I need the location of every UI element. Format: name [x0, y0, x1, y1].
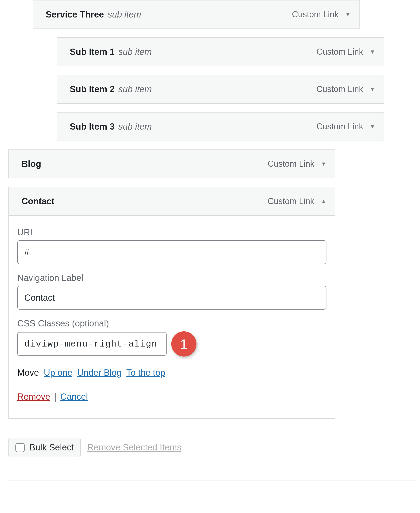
- menu-item-label-group: Sub Item 2 sub item: [70, 84, 152, 94]
- menu-item-service-three[interactable]: Service Three sub item Custom Link ▼: [33, 0, 360, 29]
- cancel-link[interactable]: Cancel: [60, 392, 88, 402]
- menu-item-title: Sub Item 3: [70, 122, 115, 132]
- menu-item-right: Custom Link ▼: [316, 84, 375, 94]
- bulk-actions: Bulk Select Remove Selected Items: [8, 438, 420, 457]
- chevron-up-icon[interactable]: ▲: [321, 198, 326, 205]
- chevron-down-icon[interactable]: ▼: [345, 11, 351, 18]
- menu-item-sub-3[interactable]: Sub Item 3 sub item Custom Link ▼: [57, 112, 384, 141]
- bulk-select-checkbox[interactable]: [15, 443, 25, 452]
- remove-row: Remove | Cancel: [17, 392, 326, 402]
- annotation-badge-1: 1: [171, 331, 196, 357]
- separator: |: [53, 392, 58, 402]
- bulk-select-label: Bulk Select: [30, 443, 74, 452]
- menu-item-title: Contact: [22, 196, 54, 207]
- css-classes-input[interactable]: [17, 332, 167, 356]
- menu-item-type: Custom Link: [316, 47, 363, 57]
- menu-item-type: Custom Link: [268, 159, 314, 169]
- remove-selected-link[interactable]: Remove Selected Items: [87, 443, 181, 452]
- move-under-link[interactable]: Under Blog: [77, 368, 121, 378]
- move-up-one-link[interactable]: Up one: [44, 368, 72, 378]
- menu-item-label-group: Contact: [22, 196, 54, 207]
- navigation-label-label: Navigation Label: [17, 273, 326, 283]
- menu-item-type: Custom Link: [268, 196, 314, 206]
- move-to-top-link[interactable]: To the top: [126, 368, 165, 378]
- menu-item-label-group: Sub Item 3 sub item: [70, 122, 152, 132]
- menu-item-subtitle: sub item: [118, 122, 152, 132]
- menu-item-subtitle: sub item: [118, 47, 152, 57]
- menu-item-label-group: Sub Item 1 sub item: [70, 47, 152, 57]
- move-label: Move: [17, 368, 39, 378]
- menu-item-right: Custom Link ▼: [292, 10, 351, 19]
- menu-item-label-group: Blog: [22, 159, 41, 169]
- menu-item-right: Custom Link ▼: [316, 47, 375, 57]
- navigation-label-input[interactable]: [17, 286, 326, 310]
- bulk-select[interactable]: Bulk Select: [8, 438, 81, 457]
- menu-item-type: Custom Link: [292, 10, 338, 19]
- chevron-down-icon[interactable]: ▼: [370, 86, 375, 92]
- chevron-down-icon[interactable]: ▼: [321, 161, 326, 167]
- menu-item-right: Custom Link ▼: [268, 159, 326, 169]
- menu-item-type: Custom Link: [316, 122, 363, 131]
- chevron-down-icon[interactable]: ▼: [370, 123, 375, 130]
- menu-item-title: Sub Item 2: [70, 84, 115, 94]
- menu-item-sub-2[interactable]: Sub Item 2 sub item Custom Link ▼: [57, 75, 384, 104]
- menu-item-contact[interactable]: Contact Custom Link ▲: [8, 187, 335, 216]
- menu-item-blog[interactable]: Blog Custom Link ▼: [8, 149, 335, 178]
- menu-item-sub-1[interactable]: Sub Item 1 sub item Custom Link ▼: [57, 37, 384, 66]
- divider: [8, 481, 417, 481]
- chevron-down-icon[interactable]: ▼: [370, 49, 375, 55]
- url-input[interactable]: [17, 240, 326, 264]
- menu-item-title: Sub Item 1: [70, 47, 115, 57]
- url-label: URL: [17, 227, 326, 237]
- menu-item-details-panel: URL Navigation Label CSS Classes (option…: [8, 216, 335, 419]
- menu-item-label-group: Service Three sub item: [46, 10, 141, 20]
- menu-item-right: Custom Link ▲: [268, 196, 326, 206]
- menu-item-right: Custom Link ▼: [316, 122, 375, 131]
- move-row: Move Up one Under Blog To the top: [17, 368, 326, 378]
- menu-item-subtitle: sub item: [108, 10, 141, 20]
- remove-link[interactable]: Remove: [17, 392, 50, 402]
- menu-item-subtitle: sub item: [118, 84, 152, 94]
- menu-item-title: Service Three: [46, 10, 104, 20]
- menu-item-title: Blog: [22, 159, 41, 169]
- css-classes-label: CSS Classes (optional): [17, 319, 326, 329]
- menu-item-type: Custom Link: [316, 84, 363, 94]
